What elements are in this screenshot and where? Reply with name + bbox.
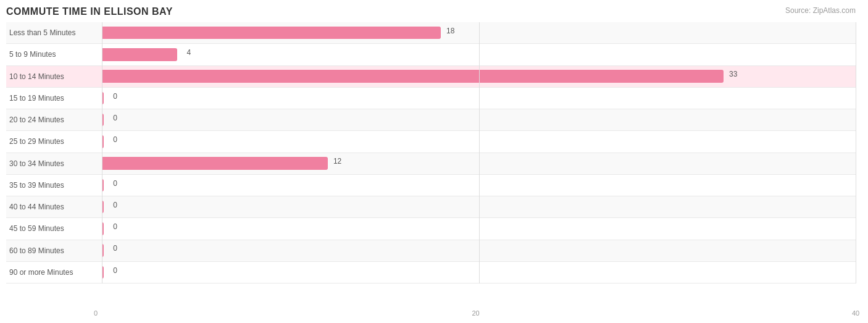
- chart-container: COMMUTE TIME IN ELLISON BAY Source: ZipA…: [0, 0, 868, 323]
- bar-label: 35 to 39 Minutes: [6, 181, 102, 190]
- bar-row: 45 to 59 Minutes0: [6, 218, 856, 240]
- bar-label: 15 to 19 Minutes: [6, 94, 102, 103]
- bar-row: 60 to 89 Minutes0: [6, 240, 856, 262]
- bar-wrapper: 0: [102, 262, 856, 283]
- grid-line: [856, 22, 856, 283]
- bar-fill: 0: [102, 92, 104, 105]
- bar-row: 35 to 39 Minutes0: [6, 175, 856, 196]
- chart-title: COMMUTE TIME IN ELLISON BAY: [6, 6, 856, 17]
- bar-wrapper: 4: [102, 44, 856, 65]
- bar-wrapper: 0: [102, 196, 856, 217]
- bar-row: 25 to 29 Minutes0: [6, 131, 856, 153]
- source-label: Source: ZipAtlas.com: [785, 6, 856, 15]
- bar-row: Less than 5 Minutes18: [6, 22, 856, 44]
- bar-wrapper: 33: [102, 66, 856, 87]
- bar-wrapper: 0: [102, 218, 856, 239]
- bar-row: 90 or more Minutes0: [6, 262, 856, 283]
- bar-row: 20 to 24 Minutes0: [6, 109, 856, 131]
- bar-fill: 4: [102, 48, 177, 61]
- x-axis-tick-label: 20: [472, 309, 479, 317]
- bar-label: 30 to 34 Minutes: [6, 159, 102, 168]
- bar-wrapper: 0: [102, 131, 856, 152]
- bar-row: 40 to 44 Minutes0: [6, 196, 856, 218]
- bar-value-label: 0: [113, 179, 117, 188]
- bar-value-label: 33: [729, 70, 737, 78]
- bar-fill: 0: [102, 135, 104, 148]
- bar-row: 5 to 9 Minutes4: [6, 44, 856, 65]
- bar-wrapper: 0: [102, 175, 856, 196]
- bar-label: 25 to 29 Minutes: [6, 137, 102, 146]
- bar-value-label: 0: [113, 135, 117, 144]
- bar-label: Less than 5 Minutes: [6, 28, 102, 37]
- bar-label: 20 to 24 Minutes: [6, 115, 102, 124]
- bar-fill: 33: [102, 70, 724, 83]
- bar-value-label: 4: [186, 48, 191, 57]
- bar-label: 5 to 9 Minutes: [6, 50, 102, 59]
- x-axis-tick-label: 0: [94, 309, 98, 317]
- bar-wrapper: 0: [102, 88, 856, 109]
- bar-label: 45 to 59 Minutes: [6, 224, 102, 233]
- x-axis-tick-label: 40: [852, 309, 859, 317]
- chart-area: Less than 5 Minutes185 to 9 Minutes410 t…: [6, 22, 856, 283]
- bar-fill: 18: [102, 27, 441, 40]
- bar-fill: 0: [102, 179, 104, 192]
- bar-value-label: 0: [113, 266, 117, 275]
- bar-value-label: 0: [113, 222, 117, 231]
- bar-label: 60 to 89 Minutes: [6, 246, 102, 255]
- bar-fill: 0: [102, 266, 104, 279]
- bar-fill: 0: [102, 244, 104, 257]
- bar-value-label: 0: [113, 244, 117, 253]
- bar-fill: 0: [102, 222, 104, 235]
- bar-value-label: 12: [333, 157, 341, 166]
- bar-row: 15 to 19 Minutes0: [6, 88, 856, 109]
- bar-label: 40 to 44 Minutes: [6, 203, 102, 211]
- bar-wrapper: 12: [102, 153, 856, 174]
- bar-value-label: 18: [446, 27, 454, 35]
- bar-wrapper: 0: [102, 109, 856, 130]
- bar-wrapper: 18: [102, 22, 856, 43]
- bars-section: Less than 5 Minutes185 to 9 Minutes410 t…: [6, 22, 856, 283]
- bar-row: 10 to 14 Minutes33: [6, 66, 856, 88]
- bar-fill: 12: [102, 157, 328, 170]
- bar-fill: 0: [102, 201, 104, 214]
- bar-wrapper: 0: [102, 240, 856, 261]
- bar-label: 90 or more Minutes: [6, 268, 102, 277]
- bar-row: 30 to 34 Minutes12: [6, 153, 856, 175]
- bar-fill: 0: [102, 114, 104, 127]
- bar-label: 10 to 14 Minutes: [6, 72, 102, 81]
- bar-value-label: 0: [113, 201, 117, 209]
- bar-value-label: 0: [113, 92, 117, 101]
- bar-value-label: 0: [113, 114, 117, 122]
